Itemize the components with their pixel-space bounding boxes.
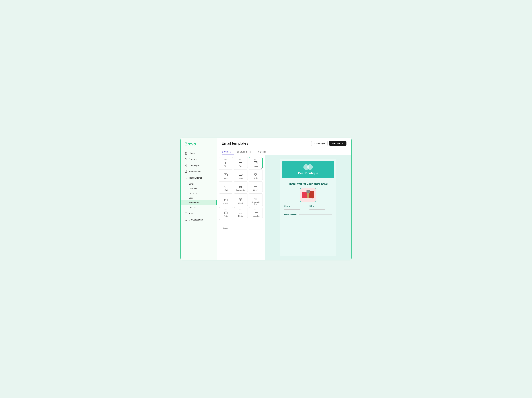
block-title-dots <box>224 159 227 160</box>
footer-block-icon <box>224 211 228 215</box>
block-style2[interactable]: Style 2 <box>219 193 233 206</box>
sidebar-item-transactional[interactable]: Transactional <box>181 175 217 181</box>
style2-block-icon <box>224 198 228 202</box>
sidebar-item-home[interactable]: Home <box>181 150 217 156</box>
product-art <box>302 190 314 200</box>
sidebar-label-automations: Automations <box>189 171 201 173</box>
circle-logo-right <box>307 164 313 170</box>
block-payment-link[interactable]: Payment link <box>234 181 248 192</box>
svg-rect-8 <box>254 162 257 164</box>
ship-line-1 <box>284 208 307 208</box>
text-block-icon <box>239 161 243 165</box>
sidebar-item-conversations[interactable]: Conversations <box>181 217 217 223</box>
svg-rect-18 <box>256 175 257 176</box>
automations-icon <box>184 170 187 173</box>
sms-icon <box>184 212 187 215</box>
tab-saved-blocks-label: Saved blocks <box>240 151 252 153</box>
email-header-section: Best Boutique <box>282 161 334 178</box>
block-style2-label: Style 2 <box>223 202 228 204</box>
sidebar-item-logs[interactable]: Logs <box>181 196 217 200</box>
transactional-icon <box>184 176 187 179</box>
block-style3[interactable]: Style 3 <box>234 193 248 206</box>
main-content: Email templates Save & Quit Next Step → … <box>217 138 351 260</box>
block-video-label: Video <box>224 177 228 179</box>
top-bar-actions: Save & Quit Next Step → <box>311 141 347 146</box>
spacer-block-icon <box>224 223 228 227</box>
block-header-dots <box>254 195 257 196</box>
block-style2-dots <box>224 196 227 197</box>
svg-rect-43 <box>257 212 258 213</box>
bill-to-col: Bill to <box>310 205 332 210</box>
svg-rect-28 <box>239 199 241 200</box>
blocks-grid: T Title Text <box>219 157 263 230</box>
block-spacer[interactable]: Spacer <box>219 219 233 230</box>
block-html[interactable]: HTML <box>219 181 233 192</box>
block-button[interactable]: Button <box>234 169 248 180</box>
sidebar-label-contacts: Contacts <box>189 158 197 161</box>
html-block-icon <box>224 185 228 189</box>
tab-design-label: Design <box>260 151 266 153</box>
block-divider-label: Divider <box>238 215 243 217</box>
sidebar-item-automations[interactable]: Automations <box>181 169 217 175</box>
block-divider[interactable]: Divider <box>234 207 248 218</box>
tab-design[interactable]: ⚙ Design <box>257 149 269 155</box>
contacts-icon <box>184 158 187 161</box>
block-button-dots <box>239 171 242 172</box>
block-social-label: Social <box>253 177 258 179</box>
block-image[interactable]: Image ☞ <box>249 157 263 168</box>
tab-content[interactable]: ⊞ Content <box>222 149 234 155</box>
sidebar-item-campaigns[interactable]: Campaigns <box>181 162 217 169</box>
ship-line-3 <box>284 209 300 210</box>
sidebar-label-conversations: Conversations <box>189 219 203 221</box>
block-divider-dots <box>239 209 242 210</box>
ship-line-2 <box>284 209 307 209</box>
block-video[interactable]: Video <box>219 169 233 180</box>
block-navigation-label: Navigation <box>252 215 260 217</box>
sidebar-item-settings[interactable]: Settings <box>181 205 217 210</box>
block-html-dots <box>224 183 227 184</box>
sidebar-label-sms: SMS <box>189 212 194 215</box>
email-logo-circles <box>304 164 313 170</box>
block-title[interactable]: T Title <box>219 157 233 168</box>
svg-rect-35 <box>224 212 227 214</box>
block-social-dots <box>254 171 257 172</box>
block-text[interactable]: Text <box>234 157 248 168</box>
sidebar-label-home: Home <box>189 152 195 155</box>
block-header-logo[interactable]: Header with logo <box>249 193 263 206</box>
svg-rect-22 <box>254 186 257 188</box>
save-quit-button[interactable]: Save & Quit <box>311 141 328 146</box>
sidebar-item-email[interactable]: Email <box>181 181 217 186</box>
sidebar-item-templates[interactable]: Templates <box>181 200 217 205</box>
svg-rect-30 <box>239 200 241 201</box>
ship-to-label: Ship to <box>284 205 307 207</box>
svg-point-9 <box>255 162 255 162</box>
svg-rect-33 <box>255 198 257 199</box>
email-thank-you: Thank you for your order Sara! <box>283 182 333 186</box>
block-style1[interactable]: Style 1 <box>249 181 263 192</box>
editor-area: T Title Text <box>217 155 351 260</box>
block-social[interactable]: Social <box>249 169 263 180</box>
next-step-button[interactable]: Next Step → <box>329 141 347 146</box>
block-video-dots <box>224 171 227 172</box>
block-navigation[interactable]: Navigation <box>249 207 263 218</box>
email-brand-name: Best Boutique <box>298 172 318 175</box>
svg-rect-29 <box>241 199 242 200</box>
style3-block-icon <box>239 198 243 202</box>
sidebar-label-transactional: Transactional <box>189 177 202 179</box>
sidebar-item-realtime[interactable]: Real time <box>181 186 217 191</box>
svg-line-19 <box>226 186 226 188</box>
sidebar-item-sms[interactable]: SMS <box>181 211 217 217</box>
block-footer[interactable]: Footer <box>219 207 233 218</box>
bill-line-1 <box>310 208 332 208</box>
tab-saved-blocks[interactable]: ⊟ Saved blocks <box>237 149 254 155</box>
block-payment-dots <box>239 183 242 184</box>
sidebar-item-contacts[interactable]: Contacts <box>181 156 217 162</box>
svg-rect-41 <box>254 212 255 213</box>
transactional-section: Email Real time Statistics Logs Template… <box>181 181 217 210</box>
block-footer-dots <box>224 209 227 210</box>
block-title-label: Title <box>224 165 227 167</box>
sidebar-item-statistics[interactable]: Statistics <box>181 191 217 196</box>
order-number-label: Order number : <box>284 214 297 216</box>
svg-rect-31 <box>241 200 242 201</box>
order-number-row: Order number : <box>283 214 333 216</box>
